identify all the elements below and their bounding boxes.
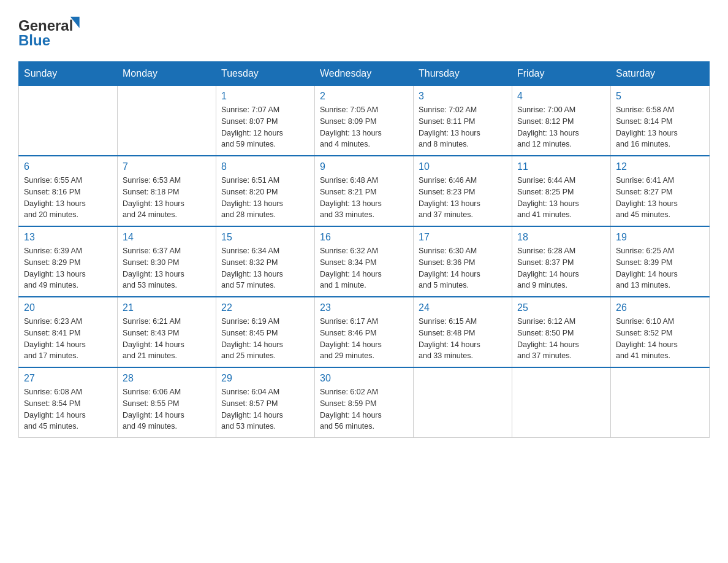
day-number: 8 <box>221 161 309 172</box>
day-number: 13 <box>24 232 112 243</box>
day-info: Sunrise: 6:44 AMSunset: 8:25 PMDaylight:… <box>517 175 605 221</box>
day-info: Sunrise: 6:46 AMSunset: 8:23 PMDaylight:… <box>419 175 507 221</box>
day-info: Sunrise: 6:53 AMSunset: 8:18 PMDaylight:… <box>123 175 211 221</box>
calendar-cell: 30Sunrise: 6:02 AMSunset: 8:59 PMDayligh… <box>315 367 414 438</box>
day-info: Sunrise: 6:02 AMSunset: 8:59 PMDaylight:… <box>320 386 408 432</box>
day-info: Sunrise: 6:51 AMSunset: 8:20 PMDaylight:… <box>221 175 309 221</box>
calendar-header-row: SundayMondayTuesdayWednesdayThursdayFrid… <box>19 62 710 86</box>
calendar-table: SundayMondayTuesdayWednesdayThursdayFrid… <box>18 61 710 438</box>
day-info: Sunrise: 6:08 AMSunset: 8:54 PMDaylight:… <box>24 386 112 432</box>
calendar-cell <box>611 367 710 438</box>
day-number: 28 <box>123 373 211 384</box>
logo: General Blue <box>18 12 92 49</box>
day-info: Sunrise: 6:25 AMSunset: 8:39 PMDaylight:… <box>616 245 704 291</box>
calendar-week-row: 1Sunrise: 7:07 AMSunset: 8:07 PMDaylight… <box>19 86 710 156</box>
day-info: Sunrise: 6:21 AMSunset: 8:43 PMDaylight:… <box>123 316 211 362</box>
day-number: 15 <box>221 232 309 243</box>
calendar-cell: 18Sunrise: 6:28 AMSunset: 8:37 PMDayligh… <box>512 226 611 297</box>
day-info: Sunrise: 6:58 AMSunset: 8:14 PMDaylight:… <box>616 104 704 150</box>
calendar-week-row: 6Sunrise: 6:55 AMSunset: 8:16 PMDaylight… <box>19 156 710 226</box>
day-info: Sunrise: 6:23 AMSunset: 8:41 PMDaylight:… <box>24 316 112 362</box>
svg-text:General: General <box>18 17 73 34</box>
calendar-cell: 10Sunrise: 6:46 AMSunset: 8:23 PMDayligh… <box>414 156 512 226</box>
calendar-cell: 6Sunrise: 6:55 AMSunset: 8:16 PMDaylight… <box>19 156 118 226</box>
day-info: Sunrise: 7:05 AMSunset: 8:09 PMDaylight:… <box>320 104 408 150</box>
day-info: Sunrise: 6:48 AMSunset: 8:21 PMDaylight:… <box>320 175 408 221</box>
day-number: 11 <box>517 161 605 172</box>
svg-text:Blue: Blue <box>18 32 50 48</box>
day-number: 9 <box>320 161 408 172</box>
calendar-cell: 23Sunrise: 6:17 AMSunset: 8:46 PMDayligh… <box>315 297 414 367</box>
day-number: 23 <box>320 302 408 313</box>
day-info: Sunrise: 6:19 AMSunset: 8:45 PMDaylight:… <box>221 316 309 362</box>
day-info: Sunrise: 6:32 AMSunset: 8:34 PMDaylight:… <box>320 245 408 291</box>
calendar-header-friday: Friday <box>512 62 611 86</box>
day-number: 17 <box>419 232 507 243</box>
day-number: 14 <box>123 232 211 243</box>
calendar-cell: 29Sunrise: 6:04 AMSunset: 8:57 PMDayligh… <box>216 367 315 438</box>
day-info: Sunrise: 6:30 AMSunset: 8:36 PMDaylight:… <box>419 245 507 291</box>
day-number: 16 <box>320 232 408 243</box>
calendar-week-row: 27Sunrise: 6:08 AMSunset: 8:54 PMDayligh… <box>19 367 710 438</box>
calendar-cell: 25Sunrise: 6:12 AMSunset: 8:50 PMDayligh… <box>512 297 611 367</box>
calendar-cell <box>118 86 216 156</box>
day-info: Sunrise: 7:02 AMSunset: 8:11 PMDaylight:… <box>419 104 507 150</box>
day-info: Sunrise: 6:15 AMSunset: 8:48 PMDaylight:… <box>419 316 507 362</box>
calendar-cell: 19Sunrise: 6:25 AMSunset: 8:39 PMDayligh… <box>611 226 710 297</box>
calendar-cell <box>512 367 611 438</box>
calendar-header-tuesday: Tuesday <box>216 62 315 86</box>
calendar-cell <box>414 367 512 438</box>
calendar-cell: 4Sunrise: 7:00 AMSunset: 8:12 PMDaylight… <box>512 86 611 156</box>
calendar-cell: 1Sunrise: 7:07 AMSunset: 8:07 PMDaylight… <box>216 86 315 156</box>
calendar-cell: 15Sunrise: 6:34 AMSunset: 8:32 PMDayligh… <box>216 226 315 297</box>
calendar-cell: 28Sunrise: 6:06 AMSunset: 8:55 PMDayligh… <box>118 367 216 438</box>
day-info: Sunrise: 6:37 AMSunset: 8:30 PMDaylight:… <box>123 245 211 291</box>
calendar-cell: 12Sunrise: 6:41 AMSunset: 8:27 PMDayligh… <box>611 156 710 226</box>
page-header: General Blue <box>18 12 710 49</box>
day-info: Sunrise: 6:34 AMSunset: 8:32 PMDaylight:… <box>221 245 309 291</box>
calendar-cell: 27Sunrise: 6:08 AMSunset: 8:54 PMDayligh… <box>19 367 118 438</box>
calendar-cell: 22Sunrise: 6:19 AMSunset: 8:45 PMDayligh… <box>216 297 315 367</box>
calendar-cell: 21Sunrise: 6:21 AMSunset: 8:43 PMDayligh… <box>118 297 216 367</box>
day-info: Sunrise: 6:41 AMSunset: 8:27 PMDaylight:… <box>616 175 704 221</box>
day-number: 22 <box>221 302 309 313</box>
day-info: Sunrise: 6:28 AMSunset: 8:37 PMDaylight:… <box>517 245 605 291</box>
calendar-header-wednesday: Wednesday <box>315 62 414 86</box>
day-number: 29 <box>221 373 309 384</box>
day-info: Sunrise: 6:04 AMSunset: 8:57 PMDaylight:… <box>221 386 309 432</box>
day-number: 25 <box>517 302 605 313</box>
day-info: Sunrise: 6:10 AMSunset: 8:52 PMDaylight:… <box>616 316 704 362</box>
day-number: 6 <box>24 161 112 172</box>
day-number: 7 <box>123 161 211 172</box>
calendar-cell: 11Sunrise: 6:44 AMSunset: 8:25 PMDayligh… <box>512 156 611 226</box>
day-number: 18 <box>517 232 605 243</box>
day-info: Sunrise: 6:39 AMSunset: 8:29 PMDaylight:… <box>24 245 112 291</box>
calendar-week-row: 13Sunrise: 6:39 AMSunset: 8:29 PMDayligh… <box>19 226 710 297</box>
day-info: Sunrise: 6:55 AMSunset: 8:16 PMDaylight:… <box>24 175 112 221</box>
day-number: 26 <box>616 302 704 313</box>
day-number: 24 <box>419 302 507 313</box>
day-info: Sunrise: 6:12 AMSunset: 8:50 PMDaylight:… <box>517 316 605 362</box>
day-number: 5 <box>616 91 704 102</box>
logo-svg: General Blue <box>18 12 92 49</box>
day-info: Sunrise: 6:17 AMSunset: 8:46 PMDaylight:… <box>320 316 408 362</box>
day-number: 30 <box>320 373 408 384</box>
calendar-cell: 14Sunrise: 6:37 AMSunset: 8:30 PMDayligh… <box>118 226 216 297</box>
calendar-header-thursday: Thursday <box>414 62 512 86</box>
calendar-cell: 3Sunrise: 7:02 AMSunset: 8:11 PMDaylight… <box>414 86 512 156</box>
day-number: 19 <box>616 232 704 243</box>
calendar-cell: 16Sunrise: 6:32 AMSunset: 8:34 PMDayligh… <box>315 226 414 297</box>
day-number: 1 <box>221 91 309 102</box>
calendar-cell: 24Sunrise: 6:15 AMSunset: 8:48 PMDayligh… <box>414 297 512 367</box>
day-number: 27 <box>24 373 112 384</box>
calendar-header-sunday: Sunday <box>19 62 118 86</box>
day-number: 4 <box>517 91 605 102</box>
day-number: 10 <box>419 161 507 172</box>
calendar-cell: 9Sunrise: 6:48 AMSunset: 8:21 PMDaylight… <box>315 156 414 226</box>
calendar-cell <box>19 86 118 156</box>
day-number: 12 <box>616 161 704 172</box>
calendar-week-row: 20Sunrise: 6:23 AMSunset: 8:41 PMDayligh… <box>19 297 710 367</box>
calendar-cell: 26Sunrise: 6:10 AMSunset: 8:52 PMDayligh… <box>611 297 710 367</box>
calendar-cell: 17Sunrise: 6:30 AMSunset: 8:36 PMDayligh… <box>414 226 512 297</box>
calendar-cell: 2Sunrise: 7:05 AMSunset: 8:09 PMDaylight… <box>315 86 414 156</box>
